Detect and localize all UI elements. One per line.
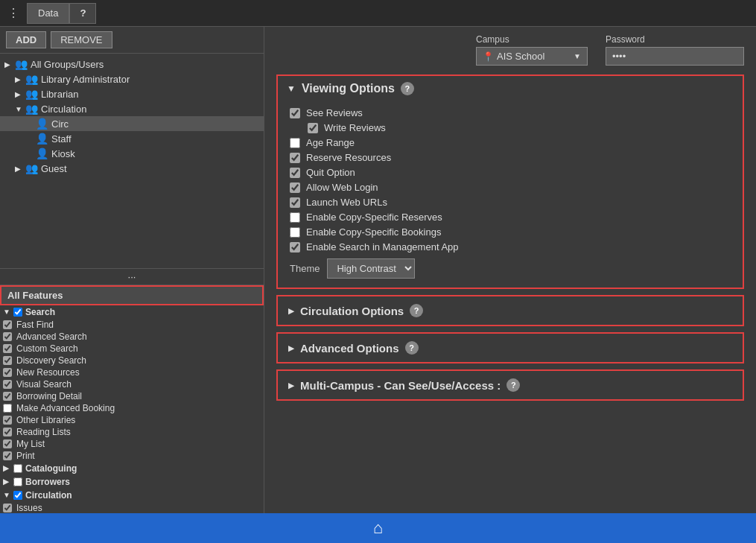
circ-checkbox-0[interactable] xyxy=(3,504,12,512)
remove-button[interactable]: REMOVE xyxy=(51,31,112,48)
feature-checkbox-7[interactable] xyxy=(3,404,12,413)
feature-item[interactable]: Visual Search xyxy=(0,378,253,390)
staff-icon: 👤 xyxy=(36,133,48,145)
home-icon[interactable]: ⌂ xyxy=(373,518,383,538)
arrow-icon xyxy=(25,120,36,128)
guest-item[interactable]: ▶ 👥 Guest xyxy=(0,161,264,176)
feature-item[interactable]: Print xyxy=(0,450,253,462)
option-checkbox-2[interactable] xyxy=(290,138,300,148)
arrow-icon: ▼ xyxy=(15,105,25,113)
all-features-header[interactable]: All Features xyxy=(0,285,264,305)
feature-checkbox-2[interactable] xyxy=(3,344,12,353)
option-label: Enable Copy-Specific Reserves xyxy=(306,212,442,223)
library-admin-item[interactable]: ▶ 👥 Library Administrator xyxy=(0,72,264,86)
kiosk-item[interactable]: 👤 Kiosk xyxy=(0,146,264,161)
circ-section-checkbox[interactable] xyxy=(13,491,22,500)
circulation-label: Circulation xyxy=(41,104,86,115)
feature-item[interactable]: Other Libraries xyxy=(0,414,253,426)
circ-item-label: Issues xyxy=(16,503,42,513)
circulation-options-header[interactable]: ▶ Circulation Options ? xyxy=(278,296,743,325)
circulation-item[interactable]: ▼ 👥 Circulation xyxy=(0,101,264,116)
main-layout: ADD REMOVE ▶ 👥 All Groups/Users ▶ 👥 Libr… xyxy=(0,27,756,513)
feature-checkbox-10[interactable] xyxy=(3,439,12,448)
borrowers-section[interactable]: ▶ Borrowers xyxy=(0,475,253,489)
theme-select[interactable]: High Contrast Default Dark xyxy=(327,258,415,279)
option-checkbox-5[interactable] xyxy=(290,182,300,193)
feature-checkbox-6[interactable] xyxy=(3,392,12,401)
menu-dots[interactable]: ⋮ xyxy=(0,6,27,20)
feature-checkbox-5[interactable] xyxy=(3,380,12,389)
feature-item[interactable]: Borrowing Detail xyxy=(0,390,253,402)
cataloguing-section[interactable]: ▶ Cataloguing xyxy=(0,462,253,475)
feature-item[interactable]: Custom Search xyxy=(0,343,253,355)
kiosk-icon: 👤 xyxy=(36,147,48,159)
search-label: Search xyxy=(25,307,55,317)
adv-options-help-icon[interactable]: ? xyxy=(405,341,419,355)
search-checkbox[interactable] xyxy=(13,308,22,317)
viewing-options-header[interactable]: ▼ Viewing Options ? xyxy=(278,76,743,101)
feature-item[interactable]: My List xyxy=(0,438,253,450)
feature-item[interactable]: Reading Lists xyxy=(0,426,253,438)
feature-checkbox-1[interactable] xyxy=(3,332,12,341)
librarian-label: Librarian xyxy=(41,89,79,100)
option-label: Launch Web URLs xyxy=(306,197,387,208)
feature-checkbox-9[interactable] xyxy=(3,428,12,436)
divider-dots: ··· xyxy=(128,271,136,282)
data-tab-button[interactable]: Data xyxy=(27,3,69,24)
panel-divider[interactable]: ··· xyxy=(0,268,264,285)
circ-item[interactable]: 👤 Circ xyxy=(0,116,264,131)
multi-campus-arrow-icon: ▶ xyxy=(288,381,294,390)
viewing-options-label: Viewing Options xyxy=(302,82,395,95)
feature-checkbox-11[interactable] xyxy=(3,451,12,460)
viewing-options-help-icon[interactable]: ? xyxy=(401,82,414,95)
right-panel: Campus 📍 AIS School ▼ Password ▼ Viewing… xyxy=(264,27,756,513)
multi-campus-label: Multi-Campus - Can See/Use/Access : xyxy=(300,379,501,392)
feature-item[interactable]: Discovery Search xyxy=(0,355,253,366)
circ-section[interactable]: ▼ Circulation xyxy=(0,489,253,502)
multi-campus-help-icon[interactable]: ? xyxy=(506,378,520,392)
option-checkbox-9[interactable] xyxy=(290,242,300,253)
circ-item[interactable]: Issues xyxy=(0,502,253,514)
staff-item[interactable]: 👤 Staff xyxy=(0,131,264,146)
advanced-options-label: Advanced Options xyxy=(300,342,399,355)
circulation-options-section: ▶ Circulation Options ? xyxy=(276,295,744,326)
all-groups-item[interactable]: ▶ 👥 All Groups/Users xyxy=(0,57,264,72)
option-row: Allow Web Login xyxy=(290,182,731,193)
feature-label: Advanced Search xyxy=(16,331,87,342)
advanced-options-header[interactable]: ▶ Advanced Options ? xyxy=(278,334,743,362)
option-checkbox-7[interactable] xyxy=(290,212,300,223)
circ-options-help-icon[interactable]: ? xyxy=(410,304,423,317)
help-button[interactable]: ? xyxy=(69,3,96,24)
campus-select[interactable]: 📍 AIS School ▼ xyxy=(476,47,588,66)
option-row: Launch Web URLs xyxy=(290,197,731,208)
option-checkbox-0[interactable] xyxy=(290,108,300,118)
cataloguing-checkbox[interactable] xyxy=(13,464,22,473)
search-section[interactable]: ▼ Search xyxy=(0,305,253,319)
option-checkbox-6[interactable] xyxy=(290,197,300,208)
arrow-icon xyxy=(25,135,36,143)
option-checkbox-1[interactable] xyxy=(308,123,318,133)
feature-checkbox-4[interactable] xyxy=(3,368,12,377)
feature-item[interactable]: Advanced Search xyxy=(0,331,253,343)
feature-checkbox-8[interactable] xyxy=(3,416,12,425)
option-checkbox-4[interactable] xyxy=(290,168,300,178)
borrowers-checkbox[interactable] xyxy=(13,477,22,486)
circ-section-arrow-icon: ▼ xyxy=(3,491,12,499)
add-button[interactable]: ADD xyxy=(6,31,46,48)
password-input[interactable] xyxy=(606,47,744,66)
option-checkbox-3[interactable] xyxy=(290,153,300,163)
left-top-buttons: ADD REMOVE xyxy=(0,27,264,54)
feature-item[interactable]: Fast Find xyxy=(0,319,253,331)
option-label: Write Reviews xyxy=(324,122,386,133)
option-checkbox-8[interactable] xyxy=(290,227,300,238)
features-scroll[interactable]: ▼ Search Fast FindAdvanced SearchCustom … xyxy=(0,305,264,514)
feature-item[interactable]: New Resources xyxy=(0,366,253,378)
feature-label: Borrowing Detail xyxy=(16,391,82,401)
library-admin-label: Library Administrator xyxy=(41,74,130,85)
feature-checkbox-0[interactable] xyxy=(3,320,12,329)
multi-campus-header[interactable]: ▶ Multi-Campus - Can See/Use/Access : ? xyxy=(278,371,743,399)
feature-label: Visual Search xyxy=(16,379,72,390)
feature-checkbox-3[interactable] xyxy=(3,356,12,365)
feature-item[interactable]: Make Advanced Booking xyxy=(0,402,253,414)
librarian-item[interactable]: ▶ 👥 Librarian xyxy=(0,86,264,101)
